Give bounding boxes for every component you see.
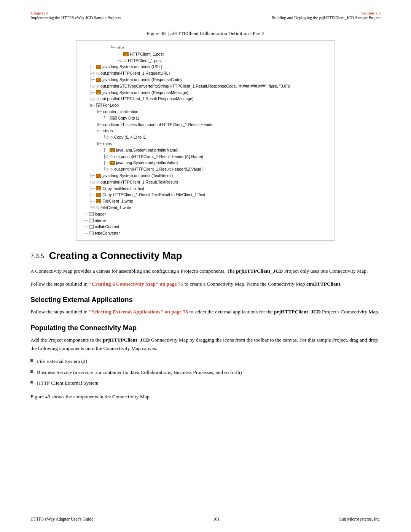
java-icon: J: [123, 52, 129, 56]
subheading-selecting: Selecting External Applications: [30, 296, 381, 304]
footer-right: Sun Microsystems, Inc.: [339, 517, 381, 521]
copy-icon: copy: [110, 116, 117, 120]
subheading-populating: Populating the Connectivity Map: [30, 324, 381, 332]
java-icon: J: [96, 90, 101, 94]
java-icon: J: [96, 199, 101, 203]
tree-text: java.lang.System.out.println(ResponseCod…: [102, 77, 182, 83]
list-item-text: File External System (2): [37, 357, 87, 366]
tree-text: java.lang.System.out.println(ResponseMes…: [102, 89, 188, 96]
arrow-icon: ◇: [96, 96, 99, 102]
header-right: Section 7.3 Building and Deploying the p…: [271, 11, 381, 20]
p1-end: Project only uses one Connectivity Map.: [283, 268, 368, 274]
arrow-icon: ◇: [110, 153, 113, 160]
tree-line: ├─JFileClient_1.write: [83, 198, 328, 204]
tree-line: ├◇◇out.println(HTTPClient_1.Result.TextR…: [83, 179, 328, 185]
tree-text: typeConverter: [95, 230, 120, 236]
p5-text: Figure 49 shows the components in the Co…: [30, 394, 151, 399]
bullet-list: File External System (2)Business Service…: [30, 357, 381, 387]
list-item-text: Business Service (a service is a contain…: [37, 368, 242, 377]
box-icon: [89, 232, 94, 235]
section-number: 7.3.5: [30, 253, 44, 259]
p3-start: Follow the steps outlined in: [30, 309, 89, 315]
tree-text: Copy 0 to i1: [118, 115, 139, 121]
page: Chapter 7 Implementing the HTTPS eWay JC…: [0, 0, 411, 532]
tree-text: java.lang.System.out.println(URL): [102, 64, 162, 70]
tree-line: ├─collabContext: [83, 224, 328, 230]
tree-line: ├─Jjava.lang.System.out.println(TextResu…: [83, 173, 328, 179]
bullet-icon: [30, 381, 33, 383]
box-icon: [89, 212, 94, 216]
java-icon: J: [96, 186, 101, 190]
tree-text: out.println(HTTPClient_1.Result.Header[i…: [114, 166, 202, 173]
tree-line: ├─logger: [83, 211, 328, 217]
paragraph-2: Follow the steps outlined in "Creating a…: [30, 280, 381, 288]
tree-line: ⊕─steps: [83, 128, 328, 134]
p3-end: Project's Connectivity Map.: [321, 309, 379, 315]
figure-caption: Figure 48 jcdHTTPClient Collaboration De…: [147, 30, 264, 37]
tree-text: collabContext: [95, 224, 119, 230]
tree-line: ├◇◇out.println(HTTPClient_1.Result.Heade…: [83, 153, 328, 160]
tree-line: ⊕─rules: [83, 141, 328, 147]
tree-line: ├─Jjava.lang.System.out.println(URL): [83, 64, 328, 70]
tree-diagram: └─else├─JHTTPClient_1.post└◇◇HTTPClient_…: [76, 40, 335, 241]
tree-text: Copy (i1 + 1) to i1: [114, 134, 146, 141]
box-icon: [89, 225, 94, 229]
java-icon: J: [96, 174, 101, 178]
tree-line: ⊕─counter initialization: [83, 109, 328, 115]
tree-text: else: [116, 45, 124, 51]
section-label: Section 7.3: [271, 11, 381, 15]
tree-text: alerter: [95, 217, 106, 224]
arrow-icon: ◇: [110, 166, 113, 173]
tree-text: counter initialization: [103, 109, 138, 115]
list-item-text: HTTP Client External System: [37, 379, 99, 387]
p4-start: Add the Project components to the: [30, 337, 103, 343]
tree-text: java.lang.System.out.println(Value): [116, 160, 178, 166]
tree-line: ├◇◇out.println(HTTPClient_1.RequestURL): [83, 70, 328, 77]
page-footer: HTTPS eWay Adapter User's Guide 101 Sun …: [30, 517, 381, 521]
tree-line: └◇◇HTTPClient_1.post: [83, 58, 328, 64]
tree-text: java.lang.System.out.println(Name): [116, 147, 178, 153]
chapter-label: Chapter 7: [30, 11, 121, 15]
tree-line: └◇◇out.println(HTTPClient_1.Result.Heade…: [83, 166, 328, 173]
tree-line: ├─Jjava.lang.System.out.println(Value): [83, 160, 328, 166]
arrow-icon: ◇: [96, 70, 99, 77]
tree-line: └◇◇FileClient_1.write: [83, 204, 328, 211]
p1-text: A Connectivity Map provides a canvas for…: [30, 268, 236, 274]
bullet-icon: [30, 359, 33, 362]
tree-line: ├◇◇out.println(HTTPClient_1.Result.Respo…: [83, 96, 328, 102]
tree-text: steps: [103, 128, 113, 134]
p2-bold: cmHTTPClient: [306, 281, 340, 287]
tree-line: └─else: [83, 45, 328, 51]
p2-end: .: [340, 281, 341, 287]
tree-text: FileClient_1.write: [100, 204, 131, 211]
p3-link[interactable]: "Selecting External Applications" on pag…: [89, 309, 188, 315]
arrow-icon: ◇: [96, 83, 99, 89]
tree-line: ├─Jjava.lang.System.out.println(Response…: [83, 77, 328, 83]
box-icon: [89, 219, 94, 222]
section-title: Creating a Connectivity Map: [49, 250, 182, 261]
page-header: Chapter 7 Implementing the HTTPS eWay JC…: [0, 0, 411, 23]
tree-line: ⊕─FFor Loop: [83, 102, 328, 109]
list-item: HTTP Client External System: [30, 379, 381, 387]
section-subtitle: Building and Deploying the prjHTTPClient…: [271, 15, 381, 20]
tree-text: Copy TextResult to Text: [102, 185, 144, 192]
p1-bold: prjHTTPClient_JCD: [236, 268, 283, 274]
tree-line: ├─JCopy HTTPClient_1.Result.TextResult t…: [83, 192, 328, 198]
p2-link[interactable]: "Creating a Connectivity Map" on page 75: [89, 281, 183, 287]
tree-text: java.lang.System.out.println(TextResult): [102, 173, 173, 179]
list-item: File External System (2): [30, 357, 381, 366]
figure-title: jcdHTTPClient Collaboration Definition -…: [168, 30, 264, 36]
tree-line: ⊖─condition: i1 is less than count of HT…: [83, 121, 328, 128]
arrow-icon: ◇: [110, 134, 113, 141]
p2-start: Follow the steps outlined in: [30, 281, 89, 287]
tree-text: out.println(HTTPClient_1.Result.Response…: [100, 96, 194, 102]
tree-line: └─copyCopy 0 to i1: [83, 115, 328, 121]
tree-text: For Loop: [103, 102, 119, 109]
tree-line: ├◇◇out.println(STCTypeConverter.toString…: [83, 83, 328, 89]
footer-left: HTTPS eWay Adapter User's Guide: [30, 517, 93, 521]
arrow-icon: ◇: [124, 58, 127, 64]
tree-line: └◇◇Copy (i1 + 1) to i1: [83, 134, 328, 141]
header-left: Chapter 7 Implementing the HTTPS eWay JC…: [30, 11, 121, 20]
tree-text: condition: i1 is less than count of HTTP…: [103, 121, 214, 128]
footer-page: 101: [213, 517, 220, 521]
